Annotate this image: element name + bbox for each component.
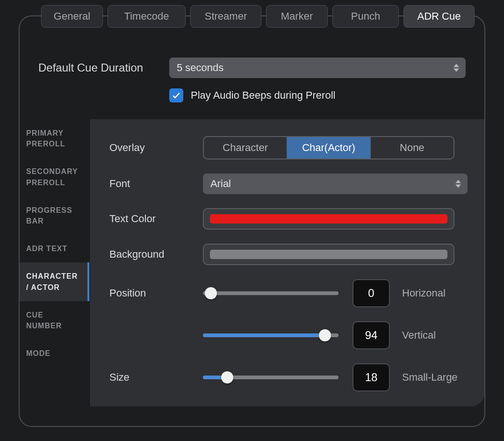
default-cue-duration-value: 5 seconds: [177, 62, 223, 74]
overlay-label: Overlay: [109, 142, 203, 154]
background-color-well[interactable]: [203, 244, 454, 265]
top-tabs: General Timecode Streamer Marker Punch A…: [41, 5, 475, 28]
play-beeps-label: Play Audio Beeps during Preroll: [191, 89, 335, 101]
font-label: Font: [109, 178, 203, 190]
position-label: Position: [109, 287, 203, 299]
font-value: Arial: [210, 178, 231, 190]
position-horizontal-slider[interactable]: [203, 287, 338, 299]
tab-timecode[interactable]: Timecode: [108, 5, 186, 28]
position-vertical-suffix: Vertical: [402, 329, 436, 341]
overlay-option-char-actor[interactable]: Char(Actor): [287, 137, 370, 159]
slider-thumb[interactable]: [205, 287, 217, 299]
size-label: Size: [109, 371, 203, 383]
sidebar-item-adr-text[interactable]: ADR TEXT: [20, 235, 89, 262]
background-color-swatch: [210, 250, 447, 259]
tab-marker[interactable]: Marker: [266, 5, 328, 28]
default-cue-duration-select[interactable]: 5 seconds: [169, 58, 466, 78]
text-color-well[interactable]: [203, 208, 454, 230]
position-horizontal-suffix: Horizonal: [402, 287, 446, 299]
text-color-label: Text Color: [109, 213, 203, 225]
play-beeps-checkbox[interactable]: [169, 88, 183, 102]
stepper-icon: [455, 180, 461, 188]
overlay-segmented: Character Char(Actor) None: [203, 136, 454, 159]
sidebar: PRIMARY PREROLL SECONDARY PREROLL PROGRE…: [20, 119, 90, 406]
position-vertical-slider[interactable]: [203, 329, 338, 341]
position-vertical-value[interactable]: 94: [353, 321, 390, 349]
character-actor-content: Overlay Character Char(Actor) None Font …: [90, 119, 484, 406]
position-horizontal-value[interactable]: 0: [353, 279, 390, 307]
sidebar-item-cue-number[interactable]: CUE NUMBER: [20, 301, 89, 340]
sidebar-item-secondary-preroll[interactable]: SECONDARY PREROLL: [20, 158, 89, 196]
tab-punch[interactable]: Punch: [332, 5, 399, 28]
text-color-swatch: [210, 214, 447, 224]
size-value[interactable]: 18: [353, 363, 390, 391]
slider-thumb[interactable]: [319, 329, 331, 341]
sidebar-item-progress-bar[interactable]: PROGRESS BAR: [20, 196, 89, 235]
tab-streamer[interactable]: Streamer: [190, 5, 261, 28]
stepper-icon: [454, 64, 459, 72]
check-icon: [172, 91, 181, 100]
font-select[interactable]: Arial: [203, 174, 468, 194]
sidebar-item-character-actor[interactable]: CHARACTER / ACTOR: [20, 262, 89, 301]
sidebar-item-primary-preroll[interactable]: PRIMARY PREROLL: [20, 119, 89, 158]
overlay-option-none[interactable]: None: [371, 137, 454, 159]
size-suffix: Small-Large: [402, 371, 458, 383]
size-slider[interactable]: [203, 371, 338, 383]
tab-general[interactable]: General: [41, 5, 103, 28]
background-label: Background: [109, 248, 203, 260]
tab-adr-cue[interactable]: ADR Cue: [403, 5, 475, 28]
slider-thumb[interactable]: [221, 371, 233, 383]
overlay-option-character[interactable]: Character: [204, 137, 287, 159]
adr-cue-settings-panel: General Timecode Streamer Marker Punch A…: [19, 15, 485, 427]
default-cue-duration-label: Default Cue Duration: [38, 61, 169, 74]
sidebar-item-mode[interactable]: MODE: [20, 340, 89, 367]
